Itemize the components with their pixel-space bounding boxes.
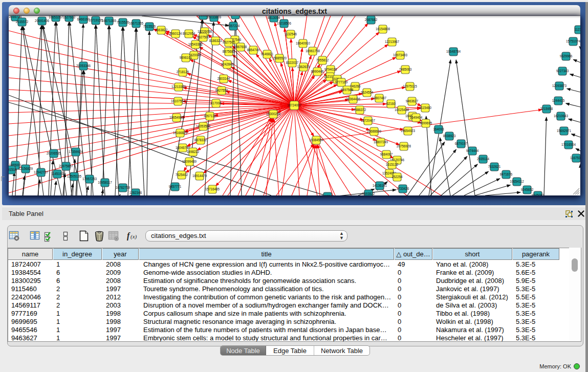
- svg-text:19218506: 19218506: [277, 21, 292, 25]
- svg-text:1244415: 1244415: [552, 99, 565, 102]
- svg-text:7632621: 7632621: [488, 165, 501, 168]
- svg-text:(x): (x): [130, 233, 137, 240]
- svg-text:10648784: 10648784: [446, 50, 461, 53]
- svg-text:14353594: 14353594: [196, 124, 211, 128]
- svg-text:10688609: 10688609: [367, 129, 382, 133]
- svg-text:6879197: 6879197: [455, 142, 468, 145]
- svg-text:2935114: 2935114: [477, 157, 490, 161]
- svg-text:7625402: 7625402: [176, 173, 188, 177]
- svg-text:9699695: 9699695: [420, 121, 432, 125]
- svg-text:13226058: 13226058: [198, 30, 212, 33]
- svg-text:8427552: 8427552: [215, 89, 228, 92]
- svg-text:9245082: 9245082: [532, 193, 545, 195]
- svg-text:18300295: 18300295: [266, 112, 281, 116]
- svg-text:20053346: 20053346: [76, 64, 91, 68]
- svg-text:1167533: 1167533: [570, 156, 580, 160]
- svg-text:2035572: 2035572: [16, 20, 29, 24]
- svg-text:16671355: 16671355: [129, 21, 144, 25]
- svg-text:10719155: 10719155: [89, 18, 103, 22]
- svg-text:10025438: 10025438: [395, 108, 409, 112]
- svg-text:7357224: 7357224: [227, 24, 240, 28]
- svg-text:17957253: 17957253: [82, 177, 97, 181]
- svg-text:8878332: 8878332: [194, 138, 207, 142]
- svg-text:8186323: 8186323: [209, 39, 222, 42]
- svg-text:9457771: 9457771: [169, 185, 182, 188]
- svg-text:15885520: 15885520: [272, 56, 287, 60]
- svg-text:9474444: 9474444: [466, 149, 479, 152]
- svg-text:17359924: 17359924: [69, 150, 83, 154]
- svg-text:3267130: 3267130: [204, 114, 216, 118]
- svg-text:15692971: 15692971: [557, 129, 572, 133]
- svg-text:16099489: 16099489: [182, 160, 197, 163]
- svg-text:10654112: 10654112: [510, 180, 524, 183]
- svg-text:16154808: 16154808: [376, 27, 390, 31]
- svg-text:8990448: 8990448: [311, 70, 324, 73]
- svg-text:1733426: 1733426: [397, 187, 409, 190]
- svg-text:9227343: 9227343: [556, 69, 569, 73]
- svg-text:9777169: 9777169: [335, 80, 348, 84]
- svg-text:19384554: 19384554: [309, 138, 324, 142]
- svg-text:16543382: 16543382: [188, 42, 203, 46]
- svg-text:9329966: 9329966: [560, 54, 573, 58]
- svg-text:252254: 252254: [391, 175, 403, 179]
- svg-text:18724007: 18724007: [287, 103, 302, 107]
- svg-text:2718126: 2718126: [177, 70, 189, 74]
- svg-text:2867608: 2867608: [234, 45, 247, 49]
- svg-text:391514: 391514: [9, 168, 17, 171]
- svg-text:16914479: 16914479: [192, 174, 207, 178]
- svg-text:1132546: 1132546: [285, 32, 297, 36]
- svg-text:10958117: 10958117: [98, 181, 112, 184]
- svg-text:12213389: 12213389: [171, 85, 186, 89]
- svg-text:7955812: 7955812: [316, 58, 329, 62]
- svg-text:19654923: 19654923: [401, 129, 416, 133]
- svg-text:20364436: 20364436: [346, 97, 361, 101]
- svg-text:9245652: 9245652: [521, 188, 534, 191]
- svg-text:16107554: 16107554: [171, 99, 186, 103]
- svg-text:15751074: 15751074: [566, 39, 580, 43]
- svg-text:6497568: 6497568: [341, 88, 354, 92]
- svg-text:1362615: 1362615: [297, 65, 310, 69]
- svg-text:9146821: 9146821: [261, 52, 274, 56]
- svg-text:12093873: 12093873: [552, 84, 567, 87]
- svg-text:9115460: 9115460: [419, 106, 432, 110]
- svg-text:16671355: 16671355: [102, 19, 117, 23]
- svg-text:9242848: 9242848: [221, 62, 234, 66]
- svg-text:20975857: 20975857: [59, 164, 74, 168]
- svg-text:16961758: 16961758: [306, 49, 320, 53]
- svg-text:8813054: 8813054: [229, 16, 242, 16]
- svg-text:8854749: 8854749: [247, 48, 260, 52]
- svg-text:1145193: 1145193: [51, 172, 64, 176]
- svg-text:16210643: 16210643: [554, 114, 569, 118]
- svg-text:3215958: 3215958: [540, 107, 553, 111]
- svg-text:20691406: 20691406: [35, 19, 50, 23]
- svg-text:8912954: 8912954: [183, 32, 195, 35]
- svg-text:1282346: 1282346: [129, 191, 142, 194]
- svg-text:1615132: 1615132: [386, 163, 399, 166]
- svg-text:164093: 164093: [433, 127, 444, 131]
- svg-text:9794028: 9794028: [324, 68, 337, 71]
- svg-text:f: f: [127, 231, 130, 240]
- svg-text:1649404: 1649404: [410, 116, 423, 119]
- svg-text:8875685: 8875685: [223, 50, 235, 53]
- svg-text:8471676: 8471676: [500, 172, 513, 176]
- svg-text:15716485: 15716485: [205, 187, 220, 191]
- svg-text:417004: 417004: [210, 101, 222, 105]
- svg-text:9896101: 9896101: [180, 56, 192, 59]
- svg-text:8322037: 8322037: [286, 61, 299, 64]
- svg-text:7515526: 7515526: [143, 25, 156, 28]
- svg-text:9327505: 9327505: [223, 40, 235, 44]
- svg-text:3624554: 3624554: [361, 91, 374, 94]
- svg-text:19654985: 19654985: [169, 116, 184, 119]
- svg-text:746266: 746266: [350, 84, 361, 88]
- svg-text:14136141: 14136141: [373, 184, 387, 187]
- svg-text:8813054: 8813054: [268, 16, 280, 19]
- svg-text:9463627: 9463627: [406, 99, 419, 103]
- svg-text:8938923: 8938923: [443, 134, 456, 138]
- svg-text:12213967: 12213967: [385, 40, 400, 43]
- svg-text:2087682: 2087682: [365, 18, 378, 21]
- svg-text:16782759: 16782759: [116, 186, 130, 189]
- svg-text:12975115: 12975115: [403, 84, 417, 88]
- svg-text:10973493: 10973493: [393, 53, 408, 57]
- svg-text:20206535: 20206535: [47, 151, 61, 155]
- svg-text:11218: 11218: [574, 28, 580, 31]
